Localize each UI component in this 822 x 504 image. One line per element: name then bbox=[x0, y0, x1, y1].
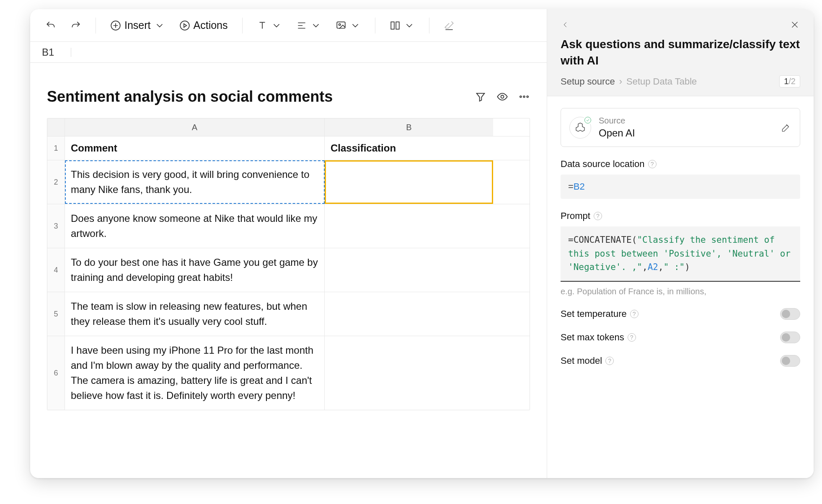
cell-B6[interactable] bbox=[325, 336, 493, 410]
cell-B3[interactable] bbox=[325, 204, 493, 248]
column-header-B[interactable]: B bbox=[325, 118, 493, 136]
source-label: Source bbox=[599, 116, 773, 126]
undo-button[interactable] bbox=[42, 16, 59, 35]
set-model-label: Set model ? bbox=[561, 355, 780, 366]
image-icon bbox=[336, 20, 346, 31]
chevron-down-icon bbox=[310, 20, 321, 31]
align-button[interactable] bbox=[293, 16, 325, 35]
row-number[interactable]: 1 bbox=[47, 136, 65, 160]
row-number[interactable]: 2 bbox=[47, 160, 65, 204]
cell-A4[interactable]: To do your best one has it have Game you… bbox=[65, 248, 325, 292]
chevron-down-icon bbox=[271, 20, 282, 31]
text-format-button[interactable] bbox=[253, 16, 285, 35]
sheet-area: Sentiment analysis on social comments A … bbox=[30, 63, 547, 478]
data-grid[interactable]: A B 1 Comment Classification 2 This deci… bbox=[47, 118, 530, 410]
breadcrumb-inactive: Setup Data Table bbox=[626, 76, 697, 87]
help-icon[interactable]: ? bbox=[594, 212, 602, 220]
set-max-tokens-toggle[interactable] bbox=[780, 332, 800, 343]
actions-label: Actions bbox=[194, 19, 228, 31]
redo-button[interactable] bbox=[67, 16, 85, 35]
svg-point-6 bbox=[501, 95, 504, 98]
play-circle-icon bbox=[179, 20, 190, 31]
text-icon bbox=[257, 20, 268, 31]
back-icon[interactable] bbox=[561, 20, 570, 29]
cell-B4[interactable] bbox=[325, 248, 493, 292]
set-temperature-label: Set temperature ? bbox=[561, 309, 780, 319]
prompt-input[interactable]: =CONCATENATE("Classify the sentiment of … bbox=[561, 226, 800, 282]
align-icon bbox=[296, 20, 307, 31]
panel-breadcrumb: Setup source › Setup Data Table 1/2 bbox=[561, 75, 800, 87]
cell-A3[interactable]: Does anyone know someone at Nike that wo… bbox=[65, 204, 325, 248]
cell-B5[interactable] bbox=[325, 292, 493, 336]
filter-icon[interactable] bbox=[475, 91, 486, 103]
set-model-toggle[interactable] bbox=[780, 355, 800, 367]
column-header-A[interactable]: A bbox=[65, 118, 325, 136]
side-panel: Ask questions and summarize/classify tex… bbox=[547, 9, 814, 478]
cell-B2[interactable] bbox=[325, 160, 493, 204]
cell-reference-bar: B1 bbox=[30, 42, 547, 63]
svg-point-10 bbox=[585, 117, 591, 123]
svg-rect-5 bbox=[396, 22, 399, 29]
step-indicator: 1/2 bbox=[779, 75, 800, 87]
cell-A5[interactable]: The team is slow in releasing new featur… bbox=[65, 292, 325, 336]
more-icon[interactable] bbox=[518, 91, 530, 103]
chevron-down-icon bbox=[350, 20, 361, 31]
svg-rect-4 bbox=[391, 22, 394, 29]
svg-point-3 bbox=[339, 23, 340, 25]
svg-point-8 bbox=[523, 96, 525, 98]
toolbar: Insert Actions bbox=[30, 9, 547, 42]
edit-icon[interactable] bbox=[781, 122, 791, 133]
insert-button[interactable]: Insert bbox=[107, 16, 168, 35]
set-max-tokens-label: Set max tokens ? bbox=[561, 332, 780, 343]
row-number[interactable]: 6 bbox=[47, 336, 65, 410]
columns-icon bbox=[390, 20, 401, 31]
chevron-down-icon bbox=[404, 20, 415, 31]
header-cell-classification[interactable]: Classification bbox=[325, 136, 493, 160]
insert-label: Insert bbox=[124, 19, 151, 31]
eye-icon[interactable] bbox=[496, 91, 508, 103]
actions-button[interactable]: Actions bbox=[176, 16, 231, 35]
svg-point-7 bbox=[520, 96, 522, 98]
help-icon[interactable]: ? bbox=[648, 160, 657, 168]
cell-reference[interactable]: B1 bbox=[42, 46, 54, 58]
close-icon[interactable] bbox=[789, 19, 800, 30]
eraser-icon bbox=[444, 20, 455, 31]
cell-A6[interactable]: I have been using my iPhone 11 Pro for t… bbox=[65, 336, 325, 410]
sheet-title: Sentiment analysis on social comments bbox=[47, 88, 475, 105]
help-icon[interactable]: ? bbox=[605, 357, 614, 365]
row-number[interactable]: 3 bbox=[47, 204, 65, 248]
breadcrumb-active[interactable]: Setup source bbox=[561, 76, 615, 87]
row-number[interactable]: 5 bbox=[47, 292, 65, 336]
source-card[interactable]: Source Open AI bbox=[561, 108, 800, 147]
data-source-location-input[interactable]: =B2 bbox=[561, 175, 800, 199]
set-temperature-toggle[interactable] bbox=[780, 308, 800, 320]
redo-icon bbox=[70, 20, 81, 31]
layout-button[interactable] bbox=[386, 16, 418, 35]
prompt-hint: e.g. Population of France is, in million… bbox=[561, 287, 800, 296]
help-icon[interactable]: ? bbox=[628, 333, 636, 342]
prompt-label: Prompt ? bbox=[561, 211, 800, 221]
header-cell-comment[interactable]: Comment bbox=[65, 136, 325, 160]
row-number[interactable]: 4 bbox=[47, 248, 65, 292]
image-button[interactable] bbox=[332, 16, 364, 35]
source-name: Open AI bbox=[599, 127, 773, 139]
check-icon bbox=[583, 116, 592, 125]
help-icon[interactable]: ? bbox=[630, 310, 638, 318]
panel-title: Ask questions and summarize/classify tex… bbox=[561, 36, 800, 69]
svg-point-9 bbox=[527, 96, 528, 98]
eraser-button[interactable] bbox=[440, 16, 458, 35]
data-source-location-label: Data source location ? bbox=[561, 159, 800, 170]
svg-point-1 bbox=[180, 21, 189, 30]
main-area: Insert Actions bbox=[30, 9, 547, 478]
cell-A2[interactable]: This decision is very good, it will brin… bbox=[65, 160, 325, 204]
plus-circle-icon bbox=[110, 20, 121, 31]
chevron-down-icon bbox=[154, 20, 165, 31]
openai-icon bbox=[569, 117, 591, 139]
undo-icon bbox=[45, 20, 56, 31]
